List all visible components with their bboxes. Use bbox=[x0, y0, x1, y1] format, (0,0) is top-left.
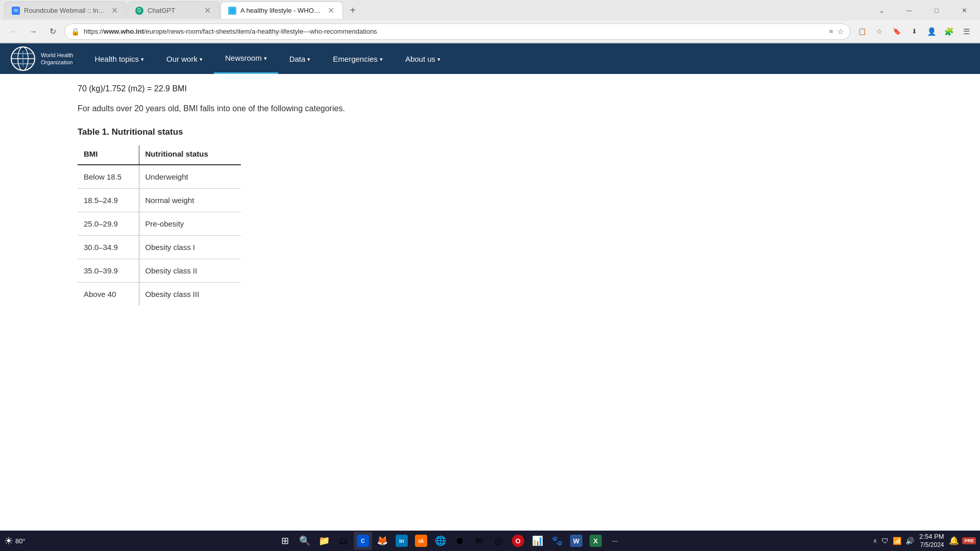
save-page-button[interactable]: 📋 bbox=[854, 24, 870, 39]
account-button[interactable]: 👤 bbox=[924, 24, 939, 39]
clock-time: 2:54 PM bbox=[919, 533, 944, 541]
reader-view-button[interactable]: ☆ bbox=[872, 24, 887, 39]
taskbar-app15-button[interactable]: 🐾 bbox=[548, 532, 566, 550]
start-button[interactable]: ⊞ bbox=[276, 532, 295, 550]
nav-item-health-topics[interactable]: Health topics ▾ bbox=[83, 43, 155, 74]
reader-mode-icon: ≡ bbox=[829, 28, 833, 35]
start-icon: ⊞ bbox=[281, 535, 289, 546]
window-close-button[interactable]: ✕ bbox=[952, 2, 976, 19]
bookmark-icon[interactable]: ☆ bbox=[837, 27, 844, 36]
taskbar-right: ∧ 🛡 📶 🔊 2:54 PM 7/5/2024 🔔 PRE bbox=[873, 533, 976, 549]
taskbar-excel-button[interactable]: X bbox=[586, 532, 605, 550]
taskbar-powerbi-button[interactable]: 📊 bbox=[528, 532, 547, 550]
taskbar-coursera-button[interactable]: C bbox=[354, 532, 372, 550]
who-logo-line2: Organization bbox=[41, 59, 73, 66]
taskbar-opera-button[interactable]: O bbox=[509, 532, 527, 550]
notification-icon[interactable]: 🔔 bbox=[949, 536, 959, 545]
chevron-down-icon: ▾ bbox=[380, 56, 383, 63]
taskbar-more-button[interactable]: ··· bbox=[606, 532, 624, 550]
word-icon: W bbox=[570, 535, 582, 547]
taskbar-word-button[interactable]: W bbox=[567, 532, 585, 550]
chatgpt-favicon: G bbox=[135, 7, 143, 15]
sk-icon: sk bbox=[415, 535, 427, 547]
nav-item-about-us[interactable]: About us ▾ bbox=[394, 43, 452, 74]
taskbar-mail-button[interactable]: ✉ bbox=[470, 532, 488, 550]
tray-expand-icon[interactable]: ∧ bbox=[873, 537, 877, 544]
excel-icon: X bbox=[590, 535, 602, 547]
system-tray: ∧ 🛡 📶 🔊 bbox=[873, 537, 914, 545]
tab-roundcube-close[interactable]: ✕ bbox=[110, 6, 119, 15]
bmi-value: 18.5–24.9 bbox=[78, 189, 139, 212]
new-tab-button[interactable]: + bbox=[344, 2, 361, 19]
pre-badge: PRE bbox=[962, 537, 976, 544]
clock-date: 7/5/2024 bbox=[919, 541, 944, 549]
chevron-down-icon: ▾ bbox=[437, 56, 440, 63]
extensions-button[interactable]: 🧩 bbox=[941, 24, 957, 39]
taskbar-sk-button[interactable]: sk bbox=[412, 532, 430, 550]
tab-chatgpt-close[interactable]: ✕ bbox=[203, 6, 212, 15]
window-down-button[interactable]: ⌄ bbox=[870, 2, 893, 19]
taskbar-firefox-button[interactable]: 🦊 bbox=[373, 532, 391, 550]
taskbar-search-button[interactable]: 🔍 bbox=[296, 532, 314, 550]
bmi-formula: 70 (kg)/1.752 (m2) = 22.9 BMI bbox=[78, 84, 902, 93]
tray-volume-icon[interactable]: 🔊 bbox=[905, 537, 914, 545]
who-logo-text: World Health Organization bbox=[41, 52, 73, 66]
clock[interactable]: 2:54 PM 7/5/2024 bbox=[919, 533, 944, 549]
window-maximize-button[interactable]: □ bbox=[925, 2, 948, 19]
tray-security-icon[interactable]: 🛡 bbox=[881, 537, 889, 545]
edge-icon: 🌐 bbox=[435, 535, 446, 546]
tray-wifi-icon[interactable]: 📶 bbox=[893, 537, 901, 545]
bmi-value: 35.0–39.9 bbox=[78, 259, 139, 283]
nutritional-status: Obesity class II bbox=[139, 259, 241, 283]
nav-item-data[interactable]: Data ▾ bbox=[278, 43, 322, 74]
intro-text: For adults over 20 years old, BMI falls … bbox=[78, 103, 902, 115]
weather-widget: ☀ 80° bbox=[4, 535, 26, 547]
taskbar-left: ☀ 80° bbox=[4, 535, 28, 547]
app15-icon: 🐾 bbox=[551, 535, 562, 546]
nav-item-our-work[interactable]: Our work ▾ bbox=[155, 43, 214, 74]
forward-button[interactable]: → bbox=[26, 24, 41, 39]
bmi-value: Above 40 bbox=[78, 283, 139, 306]
bmi-value: 25.0–29.9 bbox=[78, 212, 139, 236]
tab-roundcube[interactable]: ✉ Roundcube Webmail :: Inbox ✕ bbox=[4, 2, 127, 19]
tab-roundcube-title: Roundcube Webmail :: Inbox bbox=[24, 7, 106, 14]
table-row: Above 40Obesity class III bbox=[78, 283, 241, 306]
nav-item-newsroom[interactable]: Newsroom ▾ bbox=[214, 43, 278, 74]
menu-button[interactable]: ☰ bbox=[959, 24, 974, 39]
tab-chatgpt[interactable]: G ChatGPT ✕ bbox=[128, 2, 219, 19]
who-navbar: World Health Organization Health topics … bbox=[0, 43, 980, 74]
nav-items: Health topics ▾ Our work ▾ Newsroom ▾ Da… bbox=[83, 43, 970, 74]
tab-chatgpt-title: ChatGPT bbox=[148, 7, 175, 14]
back-button[interactable]: ← bbox=[6, 24, 21, 39]
taskbar-files-button[interactable]: 🗂 bbox=[334, 532, 353, 550]
chevron-down-icon: ▾ bbox=[307, 56, 310, 63]
taskbar-explorer-button[interactable]: 📁 bbox=[315, 532, 333, 550]
bmi-value: 30.0–34.9 bbox=[78, 236, 139, 259]
tab-group: ✉ Roundcube Webmail :: Inbox ✕ G ChatGPT… bbox=[4, 2, 433, 19]
nutritional-status: Obesity class III bbox=[139, 283, 241, 306]
nutritional-status: Underweight bbox=[139, 165, 241, 189]
files-icon: 🗂 bbox=[339, 536, 348, 546]
who-logo-icon bbox=[10, 46, 36, 71]
weather-temp: 80° bbox=[15, 537, 26, 545]
chrome-icon: ◎ bbox=[495, 535, 503, 546]
tab-who[interactable]: 🌐 A healthy lifestyle - WHO recom... ✕ bbox=[220, 2, 343, 19]
table-row: Below 18.5Underweight bbox=[78, 165, 241, 189]
download-button[interactable]: ⬇ bbox=[906, 24, 922, 39]
taskbar-chrome-button[interactable]: ◎ bbox=[489, 532, 508, 550]
who-logo[interactable]: World Health Organization bbox=[10, 43, 83, 74]
weather-icon: ☀ bbox=[4, 535, 13, 547]
pocket-button[interactable]: 🔖 bbox=[889, 24, 904, 39]
taskbar-video-button[interactable]: ⏺ bbox=[451, 532, 469, 550]
reload-button[interactable]: ↻ bbox=[45, 24, 60, 39]
nav-item-emergencies[interactable]: Emergencies ▾ bbox=[322, 43, 394, 74]
address-bar[interactable]: 🔒 https://www.who.int/europe/news-room/f… bbox=[64, 23, 850, 40]
chevron-down-icon: ▾ bbox=[141, 56, 144, 63]
taskbar-linkedin-button[interactable]: in bbox=[393, 532, 411, 550]
tab-who-close[interactable]: ✕ bbox=[326, 6, 335, 15]
url-domain: www.who.int bbox=[104, 28, 144, 35]
taskbar-edge-button[interactable]: 🌐 bbox=[431, 532, 450, 550]
window-minimize-button[interactable]: ─ bbox=[897, 2, 921, 19]
nutritional-status: Obesity class I bbox=[139, 236, 241, 259]
tab-who-title: A healthy lifestyle - WHO recom... bbox=[240, 7, 322, 14]
